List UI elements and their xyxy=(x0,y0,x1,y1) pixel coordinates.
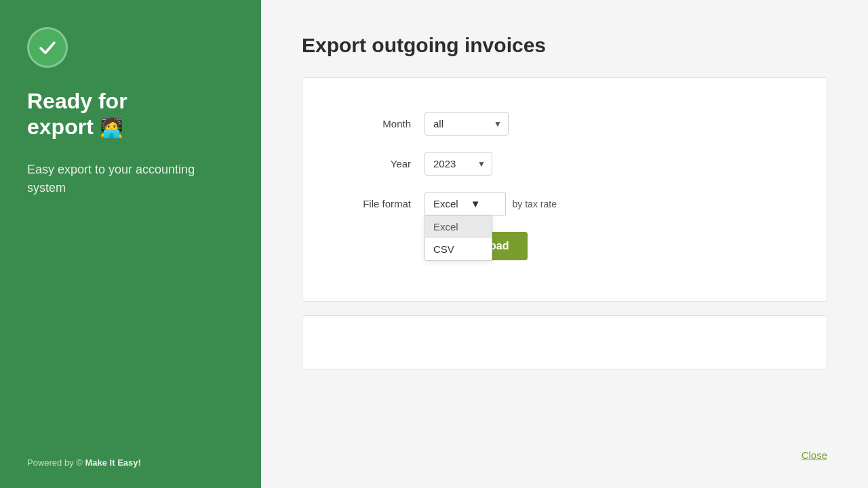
format-option-excel[interactable]: Excel xyxy=(425,216,492,238)
bottom-card xyxy=(302,315,827,369)
month-row: Month all January February March April M… xyxy=(343,112,786,136)
checkmark-icon xyxy=(37,37,58,58)
sidebar: Ready for export 🧑‍💻 Easy export to your… xyxy=(0,0,261,488)
sidebar-title-emoji: 🧑‍💻 xyxy=(100,117,123,138)
year-select-wrapper: 2020 2021 2022 2023 2024 ▼ xyxy=(425,152,492,176)
page-title: Export outgoing invoices xyxy=(302,34,827,57)
footer-brand: Make It Easy! xyxy=(85,458,140,468)
month-select-wrapper: all January February March April May Jun… xyxy=(425,112,509,136)
file-format-display[interactable]: Excel ▼ xyxy=(425,192,506,216)
file-format-label: File format xyxy=(343,198,425,209)
close-link[interactable]: Close xyxy=(802,449,827,461)
file-format-select-wrapper: Excel ▼ Excel CSV xyxy=(425,192,506,216)
footer-prefix: Powered by © xyxy=(27,458,85,468)
sidebar-title: Ready for export 🧑‍💻 xyxy=(27,88,234,140)
format-option-csv[interactable]: CSV xyxy=(425,238,492,260)
month-label: Month xyxy=(343,118,425,129)
form-card: Month all January February March April M… xyxy=(302,77,827,302)
by-tax-rate-label: by tax rate xyxy=(513,199,557,209)
year-select[interactable]: 2020 2021 2022 2023 2024 xyxy=(425,152,492,176)
file-format-row: File format Excel ▼ Excel CSV by tax rat… xyxy=(343,192,786,216)
format-select-arrow: ▼ xyxy=(471,198,481,209)
month-select[interactable]: all January February March April May Jun… xyxy=(425,112,509,136)
format-dropdown-list: Excel CSV xyxy=(425,216,492,261)
main-content: Export outgoing invoices Month all Janua… xyxy=(261,0,868,488)
format-value-text: Excel xyxy=(433,198,458,209)
year-label: Year xyxy=(343,158,425,169)
year-row: Year 2020 2021 2022 2023 2024 ▼ xyxy=(343,152,786,176)
sidebar-footer: Powered by © Make It Easy! xyxy=(27,458,234,468)
check-icon-circle xyxy=(27,27,68,68)
sidebar-description: Easy export to your accounting system xyxy=(27,161,234,197)
